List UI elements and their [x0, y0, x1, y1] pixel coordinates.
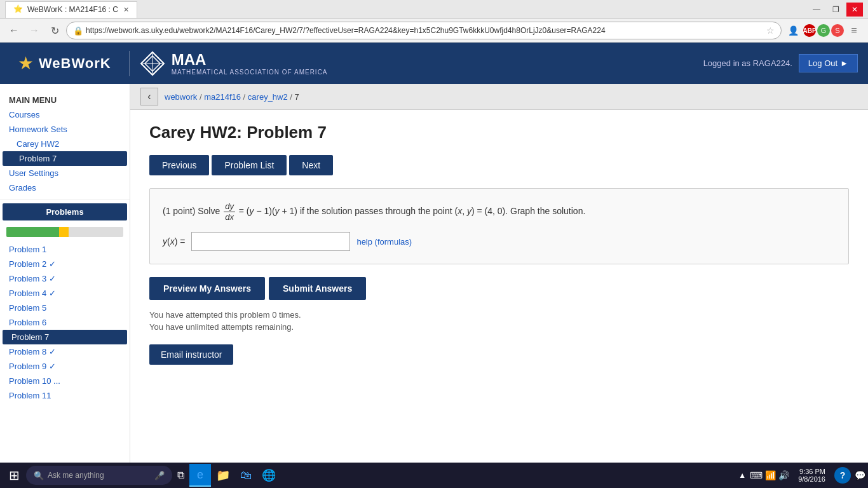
- sidebar-problem-11[interactable]: Problem 11: [0, 388, 130, 403]
- close-button[interactable]: ✕: [846, 3, 863, 17]
- folder-taskbar-app[interactable]: 📁: [211, 464, 235, 487]
- header-right: Logged in as RAGA224. Log Out ►: [703, 54, 858, 72]
- ext-green-icon[interactable]: G: [817, 24, 830, 37]
- sidebar-problem-7-active[interactable]: Problem 7: [3, 330, 127, 344]
- ext-orange-icon[interactable]: S: [831, 24, 844, 37]
- minimize-button[interactable]: —: [808, 3, 825, 17]
- action-buttons: Preview My Answers Submit Answers: [149, 277, 849, 300]
- problem-statement: (1 point) Solve dy dx = (y − 1)(y + 1) i…: [163, 201, 836, 222]
- sidebar-item-homework-sets[interactable]: Homework Sets: [0, 122, 130, 137]
- taskbar-date-text: 9/8/2016: [798, 475, 825, 483]
- window-controls: — ❐ ✕: [808, 3, 863, 17]
- next-button[interactable]: Next: [289, 155, 333, 175]
- sidebar-problem-3[interactable]: Problem 3 ✓: [0, 271, 130, 286]
- reload-button[interactable]: ↻: [46, 22, 64, 39]
- maa-text-block: MAA MATHEMATICAL ASSOCIATION OF AMERICA: [172, 51, 328, 76]
- logged-in-text: Logged in as RAGA224.: [703, 58, 792, 68]
- help-formulas-link[interactable]: help (formulas): [356, 237, 412, 247]
- url-text: https://webwork.as.uky.edu/webwork2/MA21…: [86, 26, 764, 35]
- sidebar: MAIN MENU Courses Homework Sets Carey HW…: [0, 84, 130, 488]
- forward-button[interactable]: →: [25, 22, 43, 39]
- problem-title: Carey HW2: Problem 7: [149, 123, 849, 142]
- address-bar[interactable]: 🔒 https://webwork.as.uky.edu/webwork2/MA…: [66, 22, 782, 39]
- breadcrumb-ma214f16[interactable]: ma214f16: [204, 92, 241, 102]
- progress-bar: [6, 227, 123, 237]
- taskbar-right: ▲ ⌨ 📶 🔊 9:36 PM 9/8/2016 ? 💬: [738, 467, 865, 484]
- logout-label: Log Out: [808, 58, 837, 68]
- answer-input[interactable]: [191, 232, 350, 251]
- sidebar-item-carey-hw2[interactable]: Carey HW2: [0, 137, 130, 151]
- progress-yellow: [59, 227, 69, 237]
- star-icon[interactable]: ☆: [766, 25, 775, 36]
- store-taskbar-app[interactable]: 🛍: [235, 464, 257, 487]
- up-arrow-icon[interactable]: ▲: [738, 471, 746, 480]
- tab-title: WeBWorK : MA214F16 : C: [27, 5, 118, 14]
- sidebar-problem-9[interactable]: Problem 9 ✓: [0, 359, 130, 374]
- logout-button[interactable]: Log Out ►: [799, 54, 858, 72]
- breadcrumb-carey-hw2[interactable]: carey_hw2: [248, 92, 288, 102]
- maa-logo: MAA MATHEMATICAL ASSOCIATION OF AMERICA: [129, 51, 328, 76]
- dy-dx-fraction: dy dx: [224, 201, 235, 222]
- sidebar-problem-8[interactable]: Problem 8 ✓: [0, 344, 130, 359]
- sidebar-problem-1[interactable]: Problem 1: [0, 242, 130, 257]
- problem-box: (1 point) Solve dy dx = (y − 1)(y + 1) i…: [149, 188, 849, 264]
- header-left: ★ WeBWorK MAA MATHEMATICAL ASSOCIATION O…: [10, 49, 328, 78]
- taskbar-search-bar[interactable]: 🔍 Ask me anything 🎤: [26, 466, 172, 485]
- keyboard-icon[interactable]: ⌨: [750, 470, 763, 480]
- edge-taskbar-app[interactable]: e: [189, 464, 211, 487]
- problem-list-button[interactable]: Problem List: [212, 155, 287, 175]
- breadcrumb-7: 7: [295, 92, 299, 102]
- sidebar-item-user-settings[interactable]: User Settings: [0, 166, 130, 180]
- app-header: ★ WeBWorK MAA MATHEMATICAL ASSOCIATION O…: [0, 43, 868, 84]
- logo-star-icon: ★: [18, 53, 34, 74]
- volume-icon[interactable]: 🔊: [778, 470, 789, 480]
- problems-header: Problems: [3, 203, 127, 220]
- start-button[interactable]: ⊞: [3, 465, 26, 485]
- webwork-logo: ★ WeBWorK: [10, 49, 119, 78]
- back-button[interactable]: ←: [5, 22, 23, 39]
- email-instructor-button[interactable]: Email instructor: [149, 344, 233, 365]
- taskbar-time-text: 9:36 PM: [798, 468, 825, 475]
- taskbar-clock[interactable]: 9:36 PM 9/8/2016: [793, 468, 831, 483]
- previous-button[interactable]: Previous: [149, 155, 209, 175]
- sidebar-problem-6[interactable]: Problem 6: [0, 315, 130, 330]
- task-view-icon[interactable]: ⧉: [172, 467, 189, 484]
- main-layout: MAIN MENU Courses Homework Sets Carey HW…: [0, 84, 868, 488]
- logout-arrow-icon: ►: [840, 58, 848, 68]
- taskbar: ⊞ 🔍 Ask me anything 🎤 ⧉ e 📁 🛍 🌐 ▲ ⌨ 📶 🔊 …: [0, 463, 868, 488]
- edge-icon: e: [197, 468, 203, 482]
- tab-close-button[interactable]: ✕: [123, 6, 129, 14]
- sidebar-problem-5[interactable]: Problem 5: [0, 301, 130, 315]
- answer-row: y(x) = help (formulas): [163, 232, 836, 251]
- maa-subtitle: MATHEMATICAL ASSOCIATION OF AMERICA: [172, 69, 328, 76]
- equation-body: = (y − 1)(y + 1) if the solution passes …: [239, 206, 586, 216]
- main-menu-label: MAIN MENU: [0, 90, 130, 107]
- menu-icon[interactable]: ≡: [845, 22, 863, 39]
- chrome-taskbar-app[interactable]: 🌐: [257, 464, 281, 487]
- adblock-icon[interactable]: ABP: [803, 24, 816, 37]
- search-icon: 🔍: [34, 471, 44, 480]
- breadcrumb-back-button[interactable]: ‹: [140, 88, 158, 105]
- browser-tab[interactable]: ⭐ WeBWorK : MA214F16 : C ✕: [5, 1, 137, 18]
- breadcrumb-bar: ‹ webwork / ma214f16 / carey_hw2 / 7: [130, 84, 868, 110]
- breadcrumb-webwork[interactable]: webwork: [165, 92, 197, 102]
- sidebar-problem-4[interactable]: Problem 4 ✓: [0, 286, 130, 301]
- notification-icon[interactable]: 💬: [855, 470, 865, 480]
- network-icon[interactable]: 📶: [765, 470, 776, 480]
- sidebar-problem-10[interactable]: Problem 10 ...: [0, 374, 130, 388]
- tab-favicon: ⭐: [13, 4, 24, 15]
- address-bar-row: ← → ↻ 🔒 https://webwork.as.uky.edu/webwo…: [0, 19, 868, 42]
- preview-answers-button[interactable]: Preview My Answers: [149, 277, 265, 300]
- sidebar-item-grades[interactable]: Grades: [0, 180, 130, 195]
- sidebar-divider: [0, 199, 130, 200]
- submit-answers-button[interactable]: Submit Answers: [269, 277, 366, 300]
- chrome-icon: 🌐: [262, 468, 276, 482]
- restore-button[interactable]: ❐: [827, 3, 844, 17]
- sidebar-item-courses[interactable]: Courses: [0, 107, 130, 122]
- help-button[interactable]: ?: [834, 467, 851, 484]
- answer-label: y(x) =: [163, 236, 185, 247]
- sidebar-item-problem7[interactable]: Problem 7: [3, 151, 127, 166]
- address-bar-icons: ☆: [766, 25, 775, 36]
- user-icon[interactable]: 👤: [784, 22, 802, 39]
- sidebar-problem-2[interactable]: Problem 2 ✓: [0, 257, 130, 271]
